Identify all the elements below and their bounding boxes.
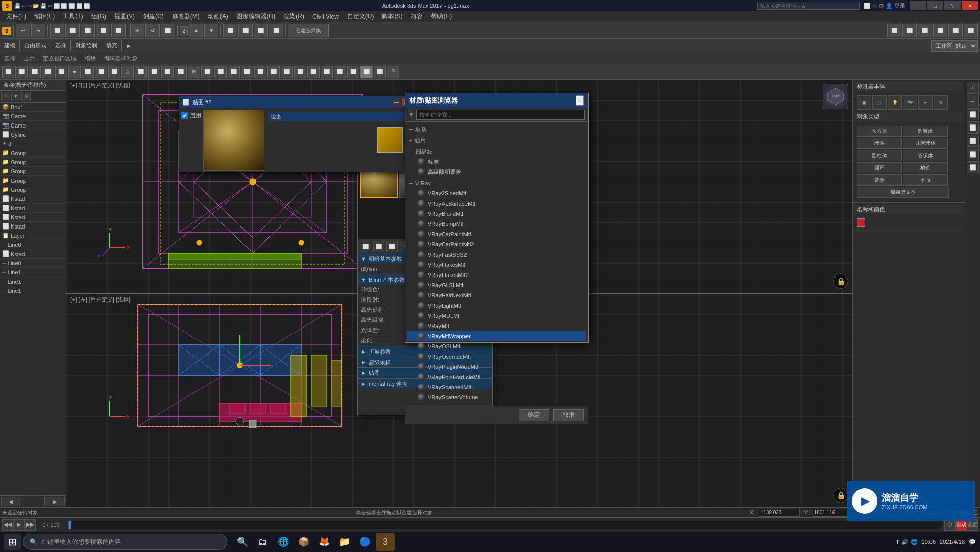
maximize-btn[interactable]: □	[927, 1, 943, 10]
select-region-btn[interactable]: ⬜	[65, 24, 80, 37]
box-btn[interactable]: 长方体	[857, 126, 902, 137]
create-cam-btn[interactable]: 📷	[903, 95, 917, 110]
taskbar-firefox[interactable]: 🦊	[315, 533, 333, 551]
me-tool-2[interactable]: ⬜	[373, 241, 384, 252]
object-paint-label[interactable]: 对象绘制	[73, 42, 100, 49]
leaf-vrayfastsss[interactable]: VRayFastSSS2	[407, 249, 586, 260]
icon-btn-27[interactable]: ⬜	[347, 66, 359, 78]
leaf-vrayblend[interactable]: VRayBlendMtl	[407, 209, 586, 219]
leaf-vrayscanned[interactable]: VRayScannedMtl	[407, 382, 586, 392]
leaf-vrayscatter[interactable]: VRayScatterVolume	[407, 392, 586, 403]
menu-group[interactable]: 组(G)	[87, 11, 110, 22]
selection-label[interactable]: 选择	[53, 42, 68, 49]
cone-btn[interactable]: 圆锥体	[903, 126, 948, 137]
pyramid-btn[interactable]: 棱锥	[903, 162, 948, 173]
tube-btn[interactable]: 管状体	[903, 150, 948, 161]
icon-btn-1[interactable]: ⬜	[2, 66, 14, 78]
leaf-vray2sided[interactable]: VRay2SidedMtl	[407, 188, 586, 198]
tree-item-kstad2[interactable]: ⬜Kstad	[0, 204, 66, 213]
bitmap-enable-checkbox[interactable]	[181, 112, 188, 119]
tree-section-general-header[interactable]: + 通用	[407, 135, 586, 145]
icon-btn-16[interactable]: ⬜	[201, 66, 213, 78]
icon-btn-23[interactable]: ⬜	[294, 66, 306, 78]
me-tool-1[interactable]: ⬜	[360, 241, 371, 252]
icon-btn-22[interactable]: ⬜	[281, 66, 293, 78]
bitmap-minimize[interactable]: ─	[393, 98, 401, 106]
modeling-label[interactable]: 建模	[2, 42, 17, 49]
create-light-btn[interactable]: 💡	[888, 95, 902, 110]
tree-item-grp5[interactable]: 📁Group	[0, 185, 66, 194]
icon-btn-29[interactable]: ⬜	[374, 66, 386, 78]
icon-btn-25[interactable]: ⬜	[321, 66, 333, 78]
help-btn[interactable]: ?	[944, 1, 961, 10]
text-btn[interactable]: 加强型文本	[857, 187, 949, 198]
material-editor-btn[interactable]: ⬜	[933, 24, 947, 37]
tree-item-box1[interactable]: 📦Box1	[0, 103, 66, 112]
leaf-vraybump[interactable]: VRayBumpMtl	[407, 219, 586, 229]
torus-btn[interactable]: 圆环	[857, 162, 902, 173]
taskbar-3dsmax[interactable]: 3	[376, 533, 395, 551]
icon-btn-3[interactable]: ⬜	[29, 66, 41, 78]
menu-graph-editor[interactable]: 图形编辑器(D)	[232, 11, 280, 22]
window-controls[interactable]: ─ □ ? ✕	[910, 1, 978, 10]
menu-content[interactable]: 内容	[406, 11, 427, 22]
taskbar-edge[interactable]: 🌐	[274, 533, 292, 551]
leaf-advanced-light[interactable]: 高级照明覆盖	[407, 167, 586, 177]
minimize-btn[interactable]: ─	[910, 1, 926, 10]
taskbar-store[interactable]: 📦	[295, 533, 313, 551]
tree-item-grp2[interactable]: 📁Group	[0, 158, 66, 167]
tree-item-line1b[interactable]: ─Line1	[0, 277, 66, 286]
workspace-dropdown[interactable]: 工作区: 默认	[931, 40, 978, 52]
leaf-vrayosl[interactable]: VRayOSLMtl	[407, 341, 586, 352]
timeline-play-btn[interactable]: ▶	[13, 519, 24, 531]
close-btn[interactable]: ✕	[962, 1, 978, 10]
icon-btn-6[interactable]: ●	[68, 66, 81, 78]
timeline-next-btn[interactable]: ▶▶	[24, 519, 36, 531]
snap-btn[interactable]: ⬜	[223, 24, 237, 37]
tree-item-grp1[interactable]: 📁Group	[0, 148, 66, 158]
tree-item-line0b[interactable]: ─Line0	[0, 259, 66, 268]
object-color-swatch[interactable]	[857, 218, 865, 227]
leaf-vrayflakes[interactable]: VRayFlakesMtl	[407, 260, 586, 270]
taskbar-folder[interactable]: 📁	[335, 533, 354, 551]
menu-view[interactable]: 视图(V)	[110, 11, 139, 22]
icon-btn-7[interactable]: ⬜	[82, 66, 94, 78]
tree-item-cam2[interactable]: 📷Came	[0, 121, 66, 130]
icon-btn-11[interactable]: ⬜	[135, 66, 147, 78]
mirror-btn[interactable]: ⬜	[96, 24, 110, 37]
move-btn[interactable]: ✛	[130, 24, 144, 37]
icon-btn-24[interactable]: ⬜	[307, 66, 320, 78]
icon-btn-20[interactable]: ⬜	[254, 66, 266, 78]
help-search-input[interactable]	[757, 2, 860, 10]
scroll-left-btn[interactable]: ◀	[1, 497, 21, 506]
me-tool-3[interactable]: ⬜	[386, 241, 398, 252]
select-btn[interactable]: ⬜	[50, 24, 64, 37]
leaf-vraymdl[interactable]: VRayMDLMtl	[407, 311, 586, 321]
populate-label[interactable]: 填充	[104, 42, 119, 49]
icon-btn-9[interactable]: ⬜	[108, 66, 120, 78]
icon-btn-18[interactable]: ⬜	[228, 66, 240, 78]
leaf-vraycar2[interactable]: VRayCarPaintMtl2	[407, 239, 586, 249]
render-setup-btn[interactable]: ⬜	[887, 24, 901, 37]
rt-btn-2[interactable]: ─	[967, 95, 979, 107]
taskbar-explorer[interactable]: 🗂	[254, 533, 272, 551]
mat-browser-cancel[interactable]: 取消	[553, 409, 584, 421]
define-viewport-label[interactable]: 定义视口区域	[43, 55, 77, 62]
rt-btn-6[interactable]: ⬜	[967, 148, 979, 160]
coord-x-input[interactable]	[759, 509, 800, 517]
icon-btn-14[interactable]: ⬜	[175, 66, 187, 78]
percent-down[interactable]: ▼	[204, 24, 218, 37]
align-btn[interactable]: ⬜	[111, 24, 126, 37]
rt-btn-7[interactable]: ⬜	[967, 161, 979, 173]
quick-access-toolbar[interactable]: 💾 ↩ ↪ 📂 💾 ✂ ⬜ ⬜ ⬜ ⬜ ⬜	[14, 3, 90, 9]
start-btn[interactable]: ⊞	[4, 534, 21, 550]
icon-btn-13[interactable]: ⬜	[161, 66, 174, 78]
icon-btn-21[interactable]: ⬜	[267, 66, 280, 78]
icon-btn-19[interactable]: ⬜	[241, 66, 253, 78]
create-system-btn[interactable]: ⚙	[934, 95, 948, 110]
create-select-set[interactable]: 创建选择集	[288, 24, 329, 37]
create-geom-btn[interactable]: ▣	[857, 95, 871, 110]
redo-btn[interactable]: ↪	[31, 24, 45, 37]
scroll-right-btn[interactable]: ▶	[44, 497, 65, 506]
tree-item-kstad4[interactable]: ⬜Kstad	[0, 222, 66, 231]
